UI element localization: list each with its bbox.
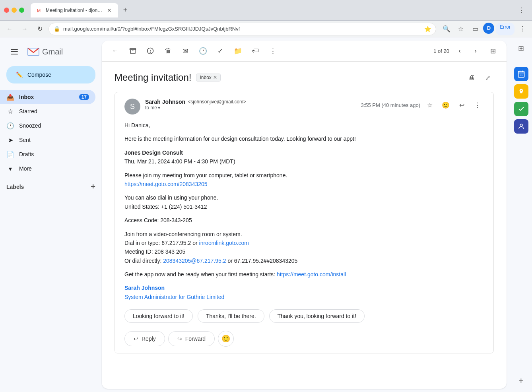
add-apps-button[interactable]: +: [513, 373, 529, 389]
signature-name: Sarah Johnson: [124, 285, 165, 291]
new-tab-button[interactable]: +: [120, 5, 131, 16]
mark-unread-button[interactable]: ✉: [178, 44, 192, 58]
email-text-body: Hi Danica, Here is the meeting informati…: [124, 121, 484, 301]
install-link[interactable]: https://meet.goto.com/install: [277, 271, 346, 278]
email-body-wrapper: Meeting invitation! Inbox ✕ 🖨 ⤢ S Sarah …: [102, 62, 507, 389]
compose-pen-icon: ✏️: [16, 72, 23, 78]
add-emoji-button[interactable]: 🙂: [218, 331, 234, 347]
emoji-reaction-button[interactable]: 🙂: [439, 99, 452, 111]
new-window-button[interactable]: ⤢: [481, 71, 494, 84]
back-to-inbox-button[interactable]: ←: [108, 44, 122, 58]
compose-button[interactable]: ✏️ Compose: [6, 66, 95, 83]
sidebar-item-starred[interactable]: ☆ Starred: [0, 104, 95, 118]
browser-nav-icons: 🔍 ☆ ▭ D Error ⋮: [440, 23, 529, 35]
main-content: ← 🗑 ✉ 🕐 ✓ 📁 🏷 ⋮ 1 of 20 ‹ › ⊞: [102, 41, 507, 389]
delete-button[interactable]: 🗑: [161, 44, 175, 58]
google-calendar-button[interactable]: 31: [514, 67, 528, 81]
star-email-button[interactable]: ☆: [423, 99, 436, 111]
chrome-menu-button[interactable]: ⋮: [515, 4, 528, 17]
back-button[interactable]: ←: [3, 23, 16, 35]
direct-dial-link[interactable]: 208343205@67.217.95.2: [163, 258, 226, 264]
snoozed-label: Snoozed: [19, 122, 89, 129]
labels-title: Labels: [6, 184, 24, 190]
inbox-icon: 📥: [6, 93, 14, 101]
svg-text:M: M: [37, 8, 41, 13]
lens-icon[interactable]: 🔍: [440, 23, 453, 35]
reply-email-button[interactable]: ↩: [455, 99, 468, 111]
view-options-button[interactable]: ⊞: [486, 44, 500, 58]
svg-point-13: [520, 90, 522, 91]
remove-inbox-tag-button[interactable]: ✕: [213, 75, 217, 80]
print-button[interactable]: 🖨: [465, 71, 478, 84]
tab-favicon: M: [36, 7, 43, 14]
snoozed-icon: 🕐: [6, 122, 14, 130]
email-meta-right: 3:55 PM (40 minutes ago) ☆ 🙂 ↩ ⋮: [361, 99, 484, 111]
reply-icon: ↩: [134, 336, 138, 342]
active-tab[interactable]: M Meeting invitation! - djones.g... ✕: [31, 3, 118, 17]
forward-button[interactable]: →: [18, 23, 31, 35]
older-button[interactable]: ›: [468, 44, 483, 58]
more-email-actions-button[interactable]: ⋮: [471, 99, 484, 111]
label-as-button[interactable]: 🏷: [248, 44, 262, 58]
profile-button[interactable]: D: [483, 23, 494, 34]
starred-icon: ☆: [6, 107, 14, 115]
more-chevron-icon: ▾: [6, 165, 14, 173]
archive-button[interactable]: [126, 44, 140, 58]
sidebar-item-snoozed[interactable]: 🕐 Snoozed: [0, 118, 95, 133]
reply-button[interactable]: ↩ Reply: [124, 331, 165, 346]
to-me-dropdown[interactable]: to me ▾: [145, 105, 361, 111]
close-window-button[interactable]: [4, 8, 9, 13]
smart-reply-0[interactable]: Looking forward to it!: [124, 309, 193, 323]
add-task-button[interactable]: ✓: [213, 44, 227, 58]
add-label-button[interactable]: +: [91, 182, 95, 191]
hamburger-menu[interactable]: [6, 44, 22, 60]
newer-button[interactable]: ‹: [452, 44, 467, 58]
sidebar-item-inbox[interactable]: 📥 Inbox 17: [0, 90, 95, 104]
email-header: S Sarah Johnson <sjohnsonjive@gmail.com>…: [124, 99, 484, 114]
svg-point-14: [520, 124, 522, 126]
inbox-label: Inbox: [19, 94, 74, 100]
sidebar: Gmail ✏️ Compose 📥 Inbox 17 ☆ Starred 🕐 …: [0, 37, 102, 392]
right-panel: ⊞ 31 +: [510, 37, 532, 392]
page-counter: 1 of 20: [433, 48, 449, 54]
compose-label: Compose: [27, 72, 51, 78]
smart-reply-2[interactable]: Thank you, looking forward to it!: [269, 309, 365, 323]
email-app-link: Get the app now and be ready when your f…: [124, 270, 484, 279]
svg-rect-4: [130, 49, 136, 50]
inroom-link[interactable]: inroomlink.goto.com: [199, 240, 249, 246]
email-room-join: Join from a video-conferencing room or s…: [124, 230, 484, 266]
maximize-window-button[interactable]: [19, 8, 24, 13]
tab-close-button[interactable]: ✕: [106, 6, 113, 14]
sidebar-item-drafts[interactable]: 📄 Drafts: [0, 147, 95, 161]
sidebar-item-sent[interactable]: ➤ Sent: [0, 133, 95, 147]
inbox-tag: Inbox ✕: [196, 74, 220, 82]
contacts-button[interactable]: [514, 119, 528, 134]
meeting-link[interactable]: https://meet.goto.com/208343205: [124, 181, 208, 187]
google-keep-button[interactable]: [514, 84, 528, 99]
more-actions-button[interactable]: ⋮: [266, 44, 280, 58]
email-company: Jones Design ConsultThu, Mar 21, 2024 4:…: [124, 148, 484, 166]
google-apps-button[interactable]: ⊞: [513, 41, 529, 56]
smart-reply-1[interactable]: Thanks, I'll be there.: [198, 309, 264, 323]
email-message: S Sarah Johnson <sjohnsonjive@gmail.com>…: [115, 92, 494, 353]
forward-button[interactable]: ↪ Forward: [168, 331, 215, 346]
email-dial-text: You can also dial in using your phone. U…: [124, 193, 484, 211]
sidebar-header: Gmail: [0, 41, 102, 63]
email-greeting: Hi Danica,: [124, 121, 484, 130]
email-time: 3:55 PM (40 minutes ago): [361, 102, 420, 108]
address-bar[interactable]: 🔒 mail.google.com/mail/u/0/?ogbl#inbox/F…: [49, 23, 436, 35]
sender-info: Sarah Johnson <sjohnsonjive@gmail.com> t…: [145, 99, 361, 111]
reload-button[interactable]: ↻: [33, 23, 46, 35]
bookmark-icon[interactable]: ☆: [454, 23, 467, 35]
minimize-window-button[interactable]: [12, 8, 17, 13]
sidebar-toggle[interactable]: ▭: [469, 23, 482, 35]
nav-bar: ← → ↻ 🔒 mail.google.com/mail/u/0/?ogbl#i…: [0, 21, 532, 37]
gmail-app: Gmail ✏️ Compose 📥 Inbox 17 ☆ Starred 🕐 …: [0, 37, 532, 392]
snooze-button[interactable]: 🕐: [196, 44, 210, 58]
move-to-button[interactable]: 📁: [231, 44, 245, 58]
svg-point-7: [150, 52, 151, 52]
chrome-more-button[interactable]: ⋮: [516, 23, 529, 35]
report-spam-button[interactable]: [143, 44, 157, 58]
sidebar-item-more[interactable]: ▾ More: [0, 161, 95, 176]
google-tasks-button[interactable]: [514, 102, 528, 116]
